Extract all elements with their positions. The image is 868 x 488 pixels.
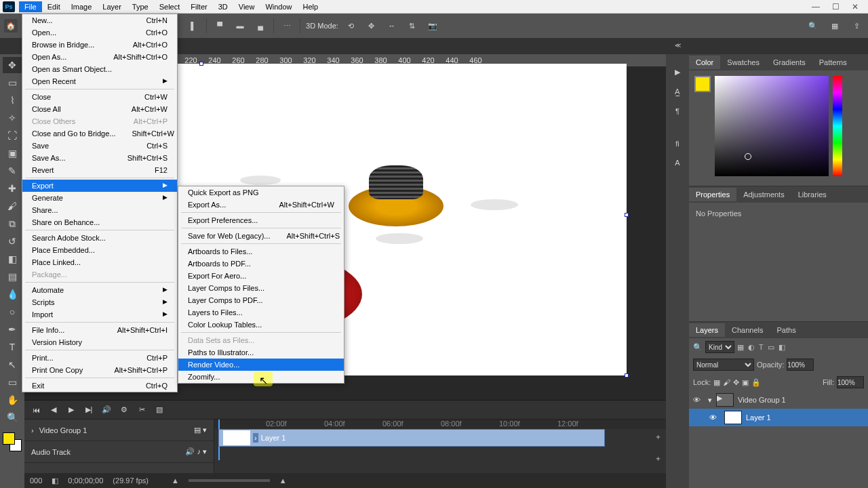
- align-right-icon[interactable]: ▌: [186, 18, 201, 33]
- stamp-tool[interactable]: ⧉: [3, 216, 22, 232]
- menu-item[interactable]: Print...Ctrl+P: [22, 352, 177, 364]
- lock-nest-icon[interactable]: ▣: [742, 378, 749, 387]
- character-panel-icon[interactable]: A̲: [675, 87, 680, 96]
- prev-frame-icon[interactable]: ◀: [47, 404, 60, 416]
- lock-all-icon[interactable]: 🔒: [751, 378, 761, 387]
- gradient-tool[interactable]: ▤: [3, 268, 22, 285]
- menu-item[interactable]: Close OthersAlt+Ctrl+P: [22, 115, 177, 127]
- next-frame-icon[interactable]: ▶|: [83, 404, 95, 416]
- visibility-icon[interactable]: 👁: [709, 413, 720, 422]
- audio-icon[interactable]: 🔊: [100, 404, 113, 416]
- tab-patterns[interactable]: Patterns: [812, 56, 854, 69]
- menu-item[interactable]: Open...Ctrl+O: [22, 26, 177, 39]
- menu-item[interactable]: Automate▶: [22, 284, 177, 296]
- menu-item[interactable]: Render Video...: [178, 359, 344, 371]
- menu-item[interactable]: Layers to Files...: [178, 306, 344, 319]
- orbit-icon[interactable]: ⟲: [344, 18, 359, 33]
- menu-item[interactable]: Color Lookup Tables...: [178, 319, 344, 331]
- hue-slider[interactable]: [833, 76, 842, 176]
- color-picker[interactable]: [715, 76, 829, 176]
- align-middle-icon[interactable]: ▬: [233, 18, 248, 33]
- more-icon[interactable]: ⋯: [279, 18, 294, 33]
- menu-item[interactable]: Quick Export as PNG: [178, 186, 344, 199]
- foreground-color[interactable]: [3, 432, 15, 445]
- filter-pixel-icon[interactable]: ▦: [737, 343, 744, 352]
- settings-icon[interactable]: ⚙: [118, 404, 130, 416]
- kind-select[interactable]: Kind: [705, 341, 734, 353]
- dodge-tool[interactable]: ○: [3, 304, 22, 320]
- menu-item[interactable]: Print One CopyAlt+Shift+Ctrl+P: [22, 364, 177, 376]
- menu-help[interactable]: Help: [298, 1, 324, 12]
- brush-tool[interactable]: 🖌: [3, 198, 22, 214]
- play-panel-icon[interactable]: ▶: [675, 68, 680, 77]
- menu-view[interactable]: View: [233, 1, 260, 12]
- filter-type-icon[interactable]: T: [759, 343, 764, 352]
- menu-window[interactable]: Window: [260, 1, 297, 12]
- menu-item[interactable]: File Info...Alt+Shift+Ctrl+I: [22, 324, 177, 336]
- glyphs-panel-icon[interactable]: fi: [675, 140, 679, 148]
- hand-tool[interactable]: ✋: [3, 392, 22, 408]
- menu-item[interactable]: Place Linked...: [22, 256, 177, 268]
- tab-swatches[interactable]: Swatches: [720, 56, 766, 69]
- move-tool[interactable]: ✥: [3, 57, 22, 73]
- expand-icon[interactable]: ›: [31, 426, 34, 434]
- menu-item[interactable]: Open as Smart Object...: [22, 63, 177, 75]
- menu-item[interactable]: Generate▶: [22, 192, 177, 204]
- color-swatches[interactable]: [3, 432, 22, 451]
- menu-item[interactable]: Close AllAlt+Ctrl+W: [22, 103, 177, 115]
- tab-gradients[interactable]: Gradients: [766, 56, 812, 69]
- menu-edit[interactable]: Edit: [42, 1, 66, 12]
- align-top-icon[interactable]: ▀: [212, 18, 227, 33]
- menu-item[interactable]: CloseCtrl+W: [22, 91, 177, 103]
- time-ruler[interactable]: 02:00f 04:00f 06:00f 08:00f 10:00f 12:00…: [214, 420, 666, 429]
- fill-input[interactable]: [837, 376, 864, 388]
- menu-item[interactable]: Share on Behance...: [22, 216, 177, 228]
- menu-type[interactable]: Type: [127, 1, 154, 12]
- menu-item[interactable]: ExitCtrl+Q: [22, 380, 177, 392]
- track-audio[interactable]: Audio Track 🔊 ♪ ▾: [24, 441, 214, 463]
- search-icon[interactable]: 🔍: [806, 18, 821, 33]
- pen-tool[interactable]: ✒: [3, 321, 22, 338]
- menu-select[interactable]: Select: [154, 1, 186, 12]
- maximize-icon[interactable]: ☐: [832, 2, 840, 12]
- picker-cursor[interactable]: [745, 153, 751, 160]
- filter-smart-icon[interactable]: ◧: [778, 343, 785, 352]
- workspace-icon[interactable]: ▦: [827, 18, 842, 33]
- history-brush-tool[interactable]: ↺: [3, 233, 22, 249]
- dolly-icon[interactable]: ↔: [384, 18, 399, 33]
- split-icon[interactable]: ✂: [136, 404, 148, 416]
- menu-filter[interactable]: Filter: [185, 1, 212, 12]
- align-bottom-icon[interactable]: ▄: [253, 18, 268, 33]
- menu-item[interactable]: Export▶: [22, 180, 177, 192]
- menu-item[interactable]: Open As...Alt+Shift+Ctrl+O: [22, 51, 177, 63]
- close-icon[interactable]: ✕: [852, 2, 859, 12]
- filter-adjust-icon[interactable]: ◐: [748, 343, 755, 352]
- zoom-slider[interactable]: [189, 479, 270, 482]
- menu-layer[interactable]: Layer: [97, 1, 127, 12]
- menu-item[interactable]: Layer Comps to Files...: [178, 282, 344, 294]
- home-button[interactable]: 🏠: [4, 19, 18, 33]
- tab-layers[interactable]: Layers: [689, 323, 725, 337]
- menu-item[interactable]: New...Ctrl+N: [22, 14, 177, 26]
- heal-tool[interactable]: ✚: [3, 180, 22, 197]
- menu-item[interactable]: Export For Aero...: [178, 270, 344, 282]
- filter-shape-icon[interactable]: ▭: [768, 343, 774, 352]
- menu-item[interactable]: Artboards to Files...: [178, 245, 344, 258]
- menu-item[interactable]: Package...: [22, 268, 177, 281]
- wand-tool[interactable]: ✧: [3, 110, 22, 126]
- lock-trans-icon[interactable]: ▦: [713, 378, 720, 387]
- menu-item[interactable]: Browse in Bridge...Alt+Ctrl+O: [22, 39, 177, 51]
- crop-tool[interactable]: ⛶: [3, 127, 22, 144]
- clip-expand-icon[interactable]: ›: [253, 433, 258, 443]
- frame-tool[interactable]: ▣: [3, 145, 22, 161]
- menu-item[interactable]: RevertF12: [22, 164, 177, 176]
- play-icon[interactable]: ▶: [65, 404, 77, 416]
- menu-item[interactable]: Data Sets as Files...: [178, 334, 344, 346]
- menu-item[interactable]: SaveCtrl+S: [22, 140, 177, 152]
- menu-item[interactable]: Version History: [22, 336, 177, 348]
- search-icon[interactable]: 🔍: [693, 343, 703, 352]
- camera-icon[interactable]: 📷: [425, 18, 440, 33]
- tab-libraries[interactable]: Libraries: [791, 188, 833, 201]
- menu-item[interactable]: Artboards to PDF...: [178, 258, 344, 270]
- menu-item[interactable]: Close and Go to Bridge...Shift+Ctrl+W: [22, 127, 177, 140]
